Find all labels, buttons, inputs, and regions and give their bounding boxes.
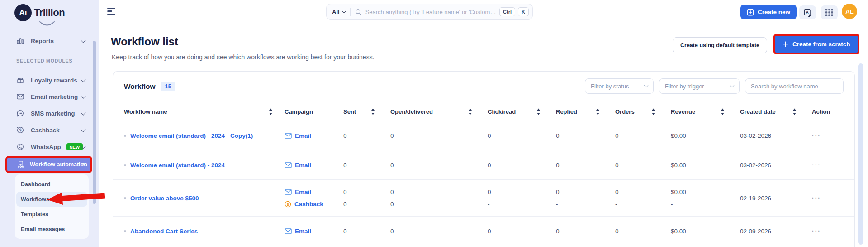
sort-icon[interactable]	[596, 108, 600, 115]
page-title: Workflow list	[111, 35, 178, 48]
status-bullet	[124, 135, 126, 137]
orders-value: 0	[615, 189, 619, 195]
cashback-campaign-icon: $	[285, 201, 291, 208]
sidebar-item-whatsapp[interactable]: WhatsApp NEW	[0, 140, 99, 154]
table-row: Order value above $500 Email $ Cashback …	[113, 180, 854, 217]
sent-value: 0	[343, 132, 390, 139]
sent-value: 0	[343, 201, 347, 208]
new-badge: NEW	[66, 143, 83, 150]
create-default-template-button[interactable]: Create using default template	[673, 37, 767, 53]
workflow-name-link[interactable]: Welcome email (standard) - 2024	[130, 162, 225, 169]
row-actions-menu[interactable]: ···	[812, 132, 844, 139]
global-search[interactable]: All Search anything (Try 'Feature name' …	[326, 4, 533, 20]
gift-icon	[16, 76, 25, 84]
orders-value: 0	[615, 132, 671, 139]
phone-icon	[16, 143, 25, 151]
sidebar-section-label: SELECTED MODULES	[16, 58, 72, 63]
filter-by-trigger-select[interactable]: Filter by trigger	[659, 78, 740, 94]
create-from-scratch-label: Create from scratch	[792, 41, 850, 48]
sort-icon[interactable]	[651, 108, 655, 115]
workflow-name-link[interactable]: Abandoned Cart Series	[130, 228, 198, 235]
sidebar-item-email-marketing[interactable]: Email marketing	[0, 90, 99, 103]
search-workflow-input[interactable]: Search by workflow name	[745, 78, 844, 94]
create-new-button[interactable]: Create new	[740, 5, 797, 19]
sidebar-item-reports[interactable]: Reports	[0, 34, 99, 48]
plus-icon	[783, 41, 788, 47]
column-header-orders[interactable]: Orders	[615, 108, 671, 115]
brand-logo[interactable]: Ai Trillion	[14, 4, 65, 21]
column-header-revenue[interactable]: Revenue	[671, 108, 740, 115]
column-header-created-date[interactable]: Created date	[740, 108, 812, 115]
cashback-dollar-icon: $	[16, 126, 25, 134]
chevron-down-icon	[81, 127, 85, 132]
search-scope-dropdown[interactable]: All	[332, 9, 346, 15]
column-header-open-delivered[interactable]: Open/delivered	[390, 108, 488, 115]
revenue-value: $0.00	[671, 162, 740, 169]
svg-text:A: A	[806, 10, 808, 15]
sidebar-item-workflow-automation[interactable]: Workflow automation	[7, 158, 90, 171]
plus-square-icon	[747, 9, 754, 16]
sidebar-item-cashback[interactable]: $ Cashback	[0, 123, 99, 137]
sidebar-item-sms-marketing[interactable]: SMS marketing	[0, 107, 99, 120]
revenue-value: $0.00	[671, 132, 740, 139]
sort-icon[interactable]	[792, 108, 797, 115]
email-campaign-icon	[285, 189, 292, 195]
created-date-value: 03-02-2026	[740, 162, 812, 169]
apps-grid-icon	[825, 9, 833, 16]
sort-icon[interactable]	[269, 108, 273, 115]
filter-by-trigger-label: Filter by trigger	[665, 83, 704, 90]
column-header-replied[interactable]: Replied	[556, 108, 615, 115]
row-actions-menu[interactable]: ···	[812, 161, 844, 169]
sidebar-item-label: Email marketing	[31, 93, 78, 100]
row-actions-menu[interactable]: ···	[812, 228, 844, 235]
hamburger-menu-icon[interactable]	[107, 8, 115, 16]
row-actions-menu[interactable]: ···	[812, 194, 844, 202]
open-delivered-value: 0	[390, 228, 488, 235]
translate-button[interactable]: A	[799, 5, 816, 19]
workflow-name-link[interactable]: Welcome email (standard) - 2024 - Copy(1…	[130, 132, 253, 139]
filter-by-status-select[interactable]: Filter by status	[585, 78, 654, 94]
sort-icon[interactable]	[536, 108, 541, 115]
submenu-item-templates[interactable]: Templates	[16, 207, 87, 222]
column-label: Created date	[740, 108, 776, 115]
campaign-cell[interactable]: Email	[285, 162, 343, 169]
submenu-item-email-messages[interactable]: Email messages	[16, 222, 87, 237]
column-header-sent[interactable]: Sent	[343, 108, 390, 115]
campaign-type-label: Email	[295, 228, 311, 235]
sidebar-scrollbar-thumb[interactable]	[93, 41, 96, 204]
translate-icon: A	[803, 8, 812, 17]
workflow-name-link[interactable]: Order value above $500	[130, 195, 199, 202]
column-header-click-read[interactable]: Click/read	[488, 108, 556, 115]
campaign-cell[interactable]: Email	[285, 132, 343, 139]
envelope-icon	[16, 92, 25, 101]
table-header-row: Workflow name Campaign Sent Open/deliver…	[113, 102, 854, 121]
apps-grid-button[interactable]	[821, 5, 838, 19]
sort-icon[interactable]	[721, 108, 725, 115]
page-scrollbar[interactable]	[858, 63, 863, 245]
click-read-value: 0	[488, 132, 556, 139]
campaign-cell[interactable]: Email	[285, 228, 343, 235]
create-from-scratch-button[interactable]: Create from scratch	[775, 36, 858, 53]
brand-logo-mark: Ai	[14, 4, 32, 21]
orders-value: 0	[615, 162, 671, 169]
sort-icon[interactable]	[468, 108, 472, 115]
sidebar-item-label: Loyalty rewards	[31, 77, 77, 84]
campaign-cell[interactable]: $ Cashback	[285, 201, 323, 208]
sort-icon[interactable]	[371, 108, 375, 115]
status-bullet	[124, 164, 126, 166]
column-header-campaign: Campaign	[285, 108, 343, 115]
click-read-value: 0	[488, 228, 556, 235]
sent-value: 0	[343, 162, 390, 169]
column-label: Open/delivered	[390, 108, 433, 115]
chevron-down-icon	[342, 9, 346, 14]
campaign-type-label: Email	[295, 162, 311, 169]
divider	[350, 8, 351, 16]
column-header-action: Action	[812, 108, 844, 115]
sidebar-item-label: Cashback	[31, 127, 60, 134]
campaign-cell[interactable]: Email	[285, 189, 311, 195]
search-input[interactable]: Search anything (Try 'Feature name' or '…	[365, 9, 497, 15]
sidebar-item-loyalty-rewards[interactable]: Loyalty rewards	[0, 73, 99, 87]
annotation-box-create-from-scratch: Create from scratch	[773, 34, 859, 54]
avatar[interactable]: AL	[842, 4, 857, 19]
column-header-workflow-name[interactable]: Workflow name	[124, 108, 285, 115]
